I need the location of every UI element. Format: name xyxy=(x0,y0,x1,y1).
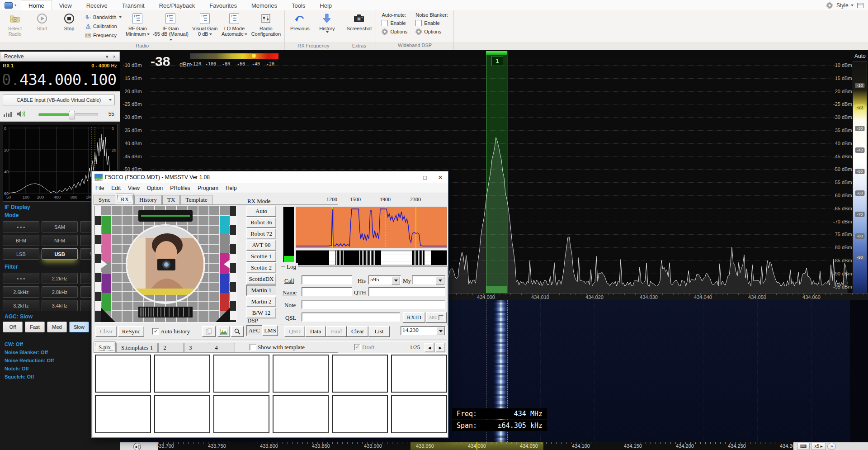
ribbon-tab-tools[interactable]: Tools xyxy=(284,0,312,10)
history-thumbnail[interactable] xyxy=(213,395,269,433)
history-thumbnail[interactable] xyxy=(154,395,210,433)
overview-frequency-label[interactable]: 434.200 xyxy=(676,443,694,449)
auto-mute-enable-checkbox[interactable]: Enable xyxy=(382,20,407,26)
rx-mode-martin-2[interactable]: Martin 2 xyxy=(246,296,276,307)
rx-mode-martin-1[interactable]: Martin 1 xyxy=(246,285,276,296)
note-input[interactable] xyxy=(302,300,445,309)
filter-button-2-8khz[interactable]: 2.8kHz xyxy=(42,286,78,298)
overview-frequency-label[interactable]: 433.950 xyxy=(416,443,434,449)
log-button-list[interactable]: List xyxy=(368,326,390,337)
overview-frequency-label[interactable]: 434.000 xyxy=(468,443,486,449)
copy-image-button[interactable] xyxy=(202,326,216,337)
agc-button-off[interactable]: Off xyxy=(3,322,23,332)
agc-button-slow[interactable]: Slow xyxy=(69,322,89,332)
overview-frequency-label[interactable]: 434.150 xyxy=(624,443,642,449)
maximize-button[interactable]: □ xyxy=(417,171,433,183)
call-input[interactable] xyxy=(302,275,352,284)
filter-button-more[interactable]: • • • xyxy=(3,273,39,284)
calibration-button[interactable]: Calibration xyxy=(83,22,123,30)
rx-mode-auto[interactable]: Auto xyxy=(246,206,276,217)
previous-button[interactable]: Previous xyxy=(287,11,313,43)
mmsstv-tab-history[interactable]: History xyxy=(134,195,162,204)
menu-profiles[interactable]: PRofiles xyxy=(166,185,194,191)
overview-frequency-label[interactable]: 434.050 xyxy=(520,443,538,449)
mute-toggle-button[interactable]: ◄)) xyxy=(133,443,141,450)
history-thumbnail[interactable] xyxy=(95,395,151,433)
volume-slider[interactable] xyxy=(38,113,98,116)
rx-mode-robot-72[interactable]: Robot 72 xyxy=(246,228,276,239)
qsl-input[interactable] xyxy=(302,313,400,322)
style-gear-icon[interactable] xyxy=(826,2,833,9)
rx-mode-scottie-1[interactable]: Scottie 1 xyxy=(246,251,276,262)
mode-button-[interactable]: • • • xyxy=(3,221,39,232)
history-thumbnail[interactable] xyxy=(95,355,151,393)
pix-tab-3[interactable]: 3 xyxy=(184,343,209,352)
previous-page-button[interactable]: ◂ xyxy=(425,343,434,352)
pix-tab-4[interactable]: 4 xyxy=(210,343,235,352)
rx-mode-robot-36[interactable]: Robot 36 xyxy=(246,217,276,228)
history-thumbnail[interactable] xyxy=(154,355,210,393)
auto-mute-options-button[interactable]: Options xyxy=(382,28,407,35)
filter-button-2-6khz[interactable]: 2.6kHz xyxy=(3,286,39,298)
close-button[interactable]: ✕ xyxy=(433,171,448,183)
menu-file[interactable]: File xyxy=(92,185,108,191)
spectrum-scale-label[interactable]: 434.060 xyxy=(802,294,821,300)
overview-frequency-label[interactable]: 433.700 xyxy=(156,443,174,449)
window-layout-icon[interactable] xyxy=(857,3,863,8)
select-radio-button[interactable]: SelectRadio xyxy=(2,11,28,43)
ribbon-tab-memories[interactable]: Memories xyxy=(244,0,284,10)
frequency-button[interactable]: Frequency xyxy=(83,31,123,39)
rf-gain-button[interactable]: RF Gain Minimum xyxy=(124,11,151,43)
mode-button-bfm[interactable]: BFM xyxy=(3,235,39,246)
receive-panel-header[interactable]: Receive ▾ × xyxy=(0,52,120,62)
audio-input-select[interactable]: CABLE Input (VB-Audio Virtual Cable) xyxy=(3,95,115,105)
draft-checkbox[interactable]: ✓ xyxy=(354,344,361,351)
menu-option[interactable]: Option xyxy=(143,185,166,191)
next-page-button[interactable]: ▸ xyxy=(435,343,445,352)
overview-frequency-label[interactable]: 433.900 xyxy=(364,443,382,449)
log-button-find[interactable]: Find xyxy=(326,326,347,337)
screenshot-button[interactable]: Screenshot xyxy=(344,11,374,43)
rxid-button[interactable]: RXID xyxy=(403,312,425,323)
ribbon-tab-transmit[interactable]: Transmit xyxy=(115,0,152,10)
log-frequency-combo[interactable]: 14.230 xyxy=(401,326,446,335)
close-icon[interactable]: × xyxy=(113,54,116,60)
auto-history-checkbox[interactable]: ✓ xyxy=(152,328,159,335)
menu-help[interactable]: Help xyxy=(222,185,241,191)
chevron-down-icon[interactable] xyxy=(436,276,444,284)
abc-text-button[interactable]: ABC xyxy=(426,312,447,323)
menu-program[interactable]: Program xyxy=(194,185,222,191)
mmsstv-tab-tx[interactable]: TX xyxy=(162,195,180,204)
style-button[interactable]: Style xyxy=(836,2,854,9)
history-thumbnail[interactable] xyxy=(273,395,329,433)
overview-frequency-label[interactable]: 434.100 xyxy=(572,443,590,449)
agc-button-fast[interactable]: Fast xyxy=(25,322,45,332)
collapse-icon[interactable]: ▾ xyxy=(106,54,108,60)
rx-mode-scottiedx[interactable]: ScottieDX xyxy=(246,274,276,284)
overview-frequency-label[interactable]: 433.750 xyxy=(208,443,226,449)
clear-image-button[interactable]: Clear xyxy=(95,326,117,337)
tuned-frequency-value[interactable]: 0.434.000.100 xyxy=(2,71,116,89)
pix-tab-s-pix[interactable]: S.pix xyxy=(94,341,116,352)
spectrum-scale-label[interactable]: 434.000 xyxy=(477,294,495,300)
mmsstv-window[interactable]: SSTV F5OEO (F5OEO.MDT) - MMSSTV Ver 1.08… xyxy=(91,171,448,438)
mmsstv-tab-rx[interactable]: RX xyxy=(116,194,134,204)
ribbon-tab-home[interactable]: Home xyxy=(21,0,52,10)
picture-button[interactable] xyxy=(217,326,230,337)
menu-view[interactable]: View xyxy=(124,185,143,191)
mode-button-usb[interactable]: USB xyxy=(42,248,78,260)
pix-tab-s-templates-1[interactable]: S.templates 1 xyxy=(116,343,158,352)
start-button[interactable]: Start xyxy=(29,11,55,43)
keyboard-entry-button[interactable]: ⌨ xyxy=(797,443,810,450)
mmsstv-tab-template[interactable]: Template xyxy=(180,195,212,204)
minimize-button[interactable]: – xyxy=(402,171,417,183)
noise-blanker-enable-checkbox[interactable]: Enable xyxy=(415,20,448,26)
ribbon-tab-help[interactable]: Help xyxy=(312,0,339,10)
filter-button-3-4khz[interactable]: 3.4kHz xyxy=(42,300,78,311)
quick-access-toolbar[interactable]: ▾ xyxy=(0,0,21,10)
mode-button-nfm[interactable]: NFM xyxy=(42,235,78,246)
mode-button-sam[interactable]: SAM xyxy=(42,221,78,232)
overview-frequency-label[interactable]: 434.250 xyxy=(728,443,746,449)
zoom-level-button[interactable]: x5 ▸ xyxy=(811,443,826,450)
bandwidth-button[interactable]: Bandwidth xyxy=(83,13,123,21)
